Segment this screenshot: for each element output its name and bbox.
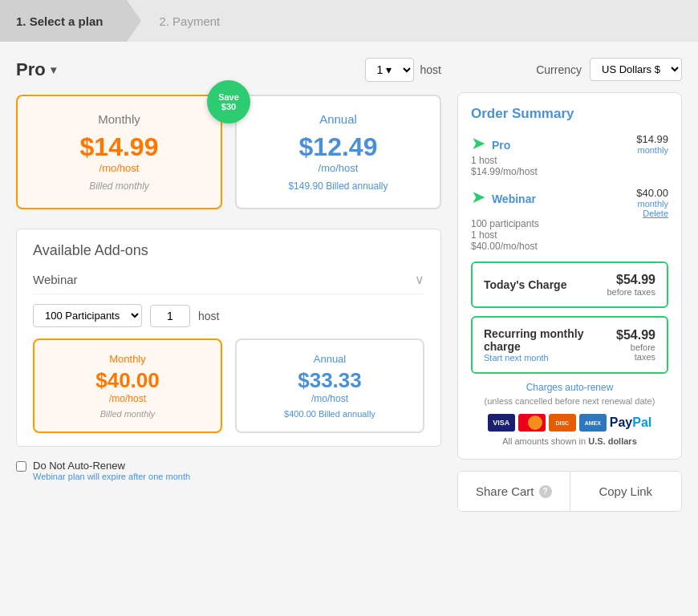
pro-price: $14.99 xyxy=(636,133,668,145)
annual-label: Annual xyxy=(253,112,424,126)
webinar-annual-price: $33.33 xyxy=(250,368,410,393)
pro-detail2: $14.99/mo/host xyxy=(471,166,668,177)
todays-charge-right: $54.99 before taxes xyxy=(607,273,655,297)
webinar-host-label: host xyxy=(198,310,219,322)
recurring-charge-tax: before taxes xyxy=(611,342,655,362)
order-item-pro: ➤ Pro $14.99 monthly 1 host $14.99/mo/ho… xyxy=(471,133,668,177)
order-summary-title: Order Summary xyxy=(471,106,668,122)
webinar-period: monthly xyxy=(636,199,668,209)
recurring-charge-amount: $54.99 xyxy=(611,328,655,342)
recurring-charge-row: Recurring monthly charge Start next mont… xyxy=(484,327,655,363)
webinar-config: 100 Participants host xyxy=(33,304,424,327)
webinar-monthly-unit: /mo/host xyxy=(47,393,208,404)
step-1-label: 1. Select a plan xyxy=(16,14,103,28)
monthly-billed: Billed monthly xyxy=(34,180,205,192)
paypal-icon: PayPal xyxy=(610,415,651,430)
webinar-monthly-price: $40.00 xyxy=(47,368,208,393)
monthly-plan-card[interactable]: Monthly $14.99 /mo/host Billed monthly xyxy=(16,95,222,209)
monthly-label: Monthly xyxy=(34,112,205,126)
visa-icon: VISA xyxy=(488,414,515,432)
pricing-cards: Monthly $14.99 /mo/host Billed monthly S… xyxy=(16,95,441,209)
webinar-detail2: 1 host xyxy=(471,229,668,241)
todays-charge-left: Today's Charge xyxy=(484,278,566,291)
annual-plan-card[interactable]: Annual $12.49 /mo/host $149.90 Billed an… xyxy=(235,95,441,209)
auto-renew-sublabel: Webinar plan will expire after one month xyxy=(33,472,190,481)
webinar-annual-card[interactable]: Annual $33.33 /mo/host $400.00 Billed an… xyxy=(235,338,424,433)
auto-renew-row: Do Not Auto-Renew Webinar plan will expi… xyxy=(16,460,441,481)
recurring-charge-sub: Start next month xyxy=(484,353,611,363)
auto-renew-label: Do Not Auto-Renew xyxy=(33,460,190,472)
webinar-annual-unit: /mo/host xyxy=(250,393,410,404)
monthly-price: $14.99 xyxy=(34,132,205,162)
monthly-unit: /mo/host xyxy=(34,162,205,174)
save-line1: Save xyxy=(218,92,239,102)
right-panel: Currency US Dollars $ Order Summary ➤ Pr… xyxy=(457,58,682,512)
webinar-item-row: ➤ Webinar $40.00 monthly Delete xyxy=(471,187,668,218)
webinar-addon-header[interactable]: Webinar ∨ xyxy=(33,272,424,294)
webinar-arrow-icon: ➤ xyxy=(471,187,485,208)
pro-item-row: ➤ Pro $14.99 monthly xyxy=(471,133,668,155)
recurring-charge-box: Recurring monthly charge Start next mont… xyxy=(471,316,668,374)
currency-label: Currency xyxy=(536,63,582,76)
addons-title: Available Add-ons xyxy=(33,242,424,259)
copy-link-button[interactable]: Copy Link xyxy=(570,472,682,511)
webinar-monthly-billed: Billed monthly xyxy=(47,409,208,419)
pro-period: monthly xyxy=(636,145,668,155)
share-cart-button[interactable]: Share Cart ? xyxy=(458,472,570,511)
webinar-monthly-label: Monthly xyxy=(47,353,208,365)
payment-icons: VISA DISC AMEX PayPal xyxy=(471,414,668,432)
auto-renew-notice: Charges auto-renew xyxy=(471,382,668,393)
recurring-charge-label: Recurring monthly charge xyxy=(484,327,611,353)
annual-unit: /mo/host xyxy=(253,162,424,174)
webinar-name: Webinar xyxy=(492,192,536,205)
save-line2: $30 xyxy=(221,102,236,111)
amex-icon: AMEX xyxy=(579,414,607,432)
annual-price: $12.49 xyxy=(253,132,424,162)
webinar-price: $40.00 xyxy=(636,187,668,199)
pro-name: Pro xyxy=(492,139,510,152)
recurring-charge-right: $54.99 before taxes xyxy=(611,328,655,362)
host-selector: 1 ▾ host xyxy=(365,58,441,82)
webinar-pricing-cards: Monthly $40.00 /mo/host Billed monthly A… xyxy=(33,338,424,433)
share-cart-label: Share Cart xyxy=(476,484,534,498)
pro-item-right: $14.99 monthly xyxy=(636,133,668,155)
auto-renew-sub-notice: (unless cancelled before next renewal da… xyxy=(471,396,668,406)
step-2[interactable]: 2. Payment xyxy=(127,0,244,42)
plan-dropdown-arrow: ▾ xyxy=(51,63,56,76)
todays-charge-row: Today's Charge $54.99 before taxes xyxy=(484,273,655,297)
webinar-addon-name: Webinar xyxy=(33,273,78,286)
mastercard-icon xyxy=(518,414,546,432)
pro-arrow-icon: ➤ xyxy=(471,133,485,154)
host-label: host xyxy=(420,63,441,76)
order-item-webinar: ➤ Webinar $40.00 monthly Delete 100 part… xyxy=(471,187,668,252)
webinar-item-left: ➤ Webinar xyxy=(471,187,536,208)
step-1[interactable]: 1. Select a plan xyxy=(0,0,127,42)
todays-charge-amount: $54.99 xyxy=(607,273,655,287)
webinar-chevron-icon: ∨ xyxy=(415,272,424,287)
todays-charge-label: Today's Charge xyxy=(484,278,566,291)
plan-name-text: Pro xyxy=(16,59,46,80)
webinar-delete-link[interactable]: Delete xyxy=(636,209,668,218)
steps-bar: 1. Select a plan 2. Payment xyxy=(0,0,698,42)
webinar-quantity-input[interactable] xyxy=(150,305,190,327)
usd-notice-text: All amounts shown in xyxy=(502,436,586,446)
main-layout: Pro ▾ 1 ▾ host Monthly $14.99 /mo/host B… xyxy=(0,42,698,528)
discover-icon: DISC xyxy=(549,414,576,432)
plan-name-button[interactable]: Pro ▾ xyxy=(16,59,56,80)
webinar-item-right: $40.00 monthly Delete xyxy=(636,187,668,218)
currency-dropdown[interactable]: US Dollars $ xyxy=(590,58,682,81)
addons-section: Available Add-ons Webinar ∨ 100 Particip… xyxy=(16,229,441,447)
webinar-monthly-card[interactable]: Monthly $40.00 /mo/host Billed monthly xyxy=(33,338,222,433)
usd-bold-text: U.S. dollars xyxy=(588,436,637,446)
order-summary-box: Order Summary ➤ Pro $14.99 monthly 1 hos… xyxy=(457,92,682,460)
auto-renew-checkbox[interactable] xyxy=(16,461,26,472)
save-badge: Save $30 xyxy=(207,80,250,124)
recurring-charge-left: Recurring monthly charge Start next mont… xyxy=(484,327,611,363)
todays-charge-box: Today's Charge $54.99 before taxes xyxy=(471,261,668,308)
webinar-detail1: 100 participants xyxy=(471,218,668,229)
pro-detail1: 1 host xyxy=(471,155,668,166)
bottom-buttons: Share Cart ? Copy Link xyxy=(457,471,682,512)
annual-billed: $149.90 Billed annually xyxy=(253,180,424,192)
host-count-dropdown[interactable]: 1 ▾ xyxy=(365,58,414,82)
participants-dropdown[interactable]: 100 Participants xyxy=(33,304,142,327)
